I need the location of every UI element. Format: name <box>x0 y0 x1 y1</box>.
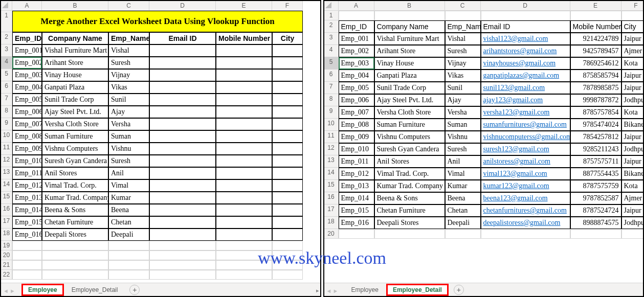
row-header[interactable]: 17 <box>1 216 12 229</box>
email-link-cell[interactable]: vishal123@gmail.com <box>481 33 570 45</box>
title-cell[interactable]: Merge Another Excel Worksheet Data Using… <box>12 11 303 32</box>
empty-cell[interactable] <box>216 270 272 280</box>
email-link-cell[interactable]: vimal123@gmail.com <box>481 168 570 180</box>
data-cell[interactable]: 7869254612 <box>570 57 621 70</box>
email-link-cell[interactable] <box>149 216 216 229</box>
data-cell[interactable]: Chetan <box>445 204 481 217</box>
email-link-cell[interactable]: vinayhouses@gmail.com <box>481 57 570 70</box>
data-cell[interactable]: 9425789457 <box>570 45 621 57</box>
data-cell[interactable]: 9998787872 <box>570 94 621 106</box>
data-cell[interactable]: 8785757854 <box>570 106 621 119</box>
data-cell[interactable]: Emp_016 <box>339 217 374 229</box>
empty-cell[interactable] <box>621 11 645 20</box>
empty-cell[interactable] <box>216 260 272 270</box>
empty-cell[interactable] <box>374 11 445 20</box>
data-cell[interactable]: Emp_007 <box>339 106 374 119</box>
data-cell[interactable]: Kumar <box>108 192 149 204</box>
data-cell[interactable]: Ajay Steel Pvt. Ltd. <box>42 106 108 118</box>
data-cell[interactable] <box>216 94 272 106</box>
empty-cell[interactable] <box>374 229 445 239</box>
data-cell[interactable] <box>216 155 272 167</box>
data-cell[interactable] <box>272 155 303 167</box>
data-cell[interactable]: Beena <box>445 192 481 204</box>
empty-cell[interactable] <box>12 250 42 260</box>
row-header[interactable]: 7 <box>1 94 12 106</box>
column-header[interactable]: E <box>570 1 621 11</box>
data-cell[interactable]: Sunil <box>108 94 149 106</box>
table-header-cell[interactable]: City <box>272 32 303 44</box>
data-cell[interactable] <box>272 130 303 143</box>
row-header[interactable]: 16 <box>324 192 339 204</box>
empty-cell[interactable] <box>42 241 108 250</box>
row-header[interactable]: 12 <box>1 155 12 167</box>
empty-cell[interactable] <box>42 270 108 280</box>
row-header[interactable]: 18 <box>1 229 12 241</box>
data-cell[interactable]: Ajay <box>108 106 149 118</box>
data-cell[interactable]: Suman <box>108 130 149 143</box>
email-link-cell[interactable] <box>149 130 216 143</box>
row-header[interactable]: 4 <box>324 45 339 57</box>
data-cell[interactable]: Vinay House <box>374 57 445 70</box>
data-cell[interactable]: 7878985875 <box>570 82 621 94</box>
row-header[interactable]: 7 <box>324 82 339 94</box>
data-cell[interactable]: Vishal Furniture Mart <box>374 33 445 45</box>
data-cell[interactable]: Suman Furniture <box>374 119 445 131</box>
data-cell[interactable]: 9214224789 <box>570 33 621 45</box>
data-cell[interactable] <box>272 69 303 81</box>
empty-cell[interactable] <box>108 250 149 260</box>
data-cell[interactable]: Emp_002 <box>339 45 374 57</box>
row-header[interactable]: 17 <box>324 204 339 217</box>
data-cell[interactable] <box>216 204 272 216</box>
sheet-tab[interactable]: Employee <box>345 284 385 296</box>
data-cell[interactable]: Emp_015 <box>339 204 374 217</box>
data-cell[interactable]: Vishnu <box>445 131 481 143</box>
data-cell[interactable]: Jaipur <box>621 155 645 168</box>
data-cell[interactable]: Emp_010 <box>339 143 374 155</box>
data-cell[interactable]: Vijnay <box>445 57 481 70</box>
data-cell[interactable]: Ajay <box>445 94 481 106</box>
data-cell[interactable]: Anil Stores <box>374 155 445 168</box>
data-cell[interactable] <box>272 57 303 69</box>
data-cell[interactable]: Emp_002 <box>12 57 42 69</box>
email-link-cell[interactable] <box>149 94 216 106</box>
table-header-cell[interactable]: City <box>621 20 645 33</box>
data-cell[interactable]: Anil <box>445 155 481 168</box>
data-cell[interactable] <box>272 94 303 106</box>
data-cell[interactable]: 9285211243 <box>570 143 621 155</box>
email-link-cell[interactable]: chetanfurnitures@gmail.com <box>481 204 570 217</box>
row-header[interactable]: 16 <box>1 204 12 216</box>
data-cell[interactable]: Versha <box>108 118 149 130</box>
data-cell[interactable] <box>216 179 272 192</box>
row-header[interactable]: 10 <box>324 119 339 131</box>
data-cell[interactable]: Vishnu Computers <box>374 131 445 143</box>
data-cell[interactable]: Emp_012 <box>12 179 42 192</box>
data-cell[interactable]: Emp_001 <box>12 44 42 57</box>
row-header[interactable]: 12 <box>324 143 339 155</box>
column-header[interactable]: D <box>481 1 570 11</box>
data-cell[interactable]: Vimal Trad. Corp. <box>374 168 445 180</box>
data-cell[interactable]: Emp_011 <box>12 167 42 179</box>
data-cell[interactable]: 9785474024 <box>570 119 621 131</box>
data-cell[interactable]: Kota <box>621 57 645 70</box>
data-cell[interactable]: Ajmer <box>621 192 645 204</box>
row-header[interactable]: 10 <box>1 130 12 143</box>
email-link-cell[interactable] <box>149 57 216 69</box>
empty-cell[interactable] <box>42 260 108 270</box>
data-cell[interactable]: Versha Cloth Store <box>374 106 445 119</box>
row-header[interactable]: 2 <box>324 20 339 33</box>
empty-cell[interactable] <box>272 270 303 280</box>
data-cell[interactable]: Vinay House <box>42 69 108 81</box>
sheet-tab[interactable]: Employee <box>21 284 64 296</box>
empty-cell[interactable] <box>108 270 149 280</box>
empty-cell[interactable] <box>42 250 108 260</box>
empty-cell[interactable] <box>216 250 272 260</box>
data-cell[interactable]: Jodhpur <box>621 143 645 155</box>
empty-cell[interactable] <box>149 241 216 250</box>
column-header[interactable]: D <box>149 1 216 11</box>
data-cell[interactable]: Suresh <box>445 143 481 155</box>
data-cell[interactable] <box>272 118 303 130</box>
data-cell[interactable]: Ajay Steel Pvt. Ltd. <box>374 94 445 106</box>
data-cell[interactable]: Emp_010 <box>12 155 42 167</box>
email-link-cell[interactable] <box>149 44 216 57</box>
row-header[interactable]: 6 <box>1 81 12 94</box>
